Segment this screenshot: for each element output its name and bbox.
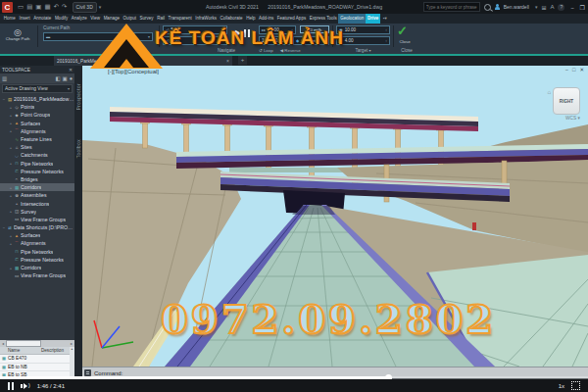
toolspace-hscrollbar[interactable]: ◂ ▸ <box>0 340 74 347</box>
viewport-minimize-icon[interactable]: − <box>565 67 568 73</box>
tree-item-corridors[interactable]: +▦Corridors <box>0 264 74 271</box>
drive-height-field[interactable]: ◁ 4.00 ↕ <box>163 36 227 45</box>
window-minimize-restore-icons[interactable]: − ❒ <box>570 4 587 11</box>
side-tab-toolbox[interactable]: Toolbox <box>76 139 81 158</box>
drive-speed-field[interactable]: ◁ 5.00 ↕ <box>163 25 227 34</box>
tree-item-pressure-networks[interactable]: ⊏Pressure Networks <box>0 256 74 264</box>
tab-overflow-icon[interactable]: ▪▾ <box>380 14 390 24</box>
side-tab-prospector[interactable]: Prospector <box>76 83 81 110</box>
ribbon-tab-modify[interactable]: Modify <box>53 14 70 24</box>
help-icon[interactable]: ? <box>558 4 564 11</box>
ribbon-tab-manage[interactable]: Manage <box>102 14 122 24</box>
tree-item-catchments[interactable]: ◡Catchments <box>0 151 74 159</box>
ribbon-tab-geolocation[interactable]: Geolocation <box>338 14 366 24</box>
ribbon-tab-transparent[interactable]: Transparent <box>167 14 194 24</box>
ribbon-tab-survey[interactable]: Survey <box>138 14 156 24</box>
search-input[interactable] <box>423 2 480 12</box>
corridor-row-cb-e470[interactable]: ▦CB E470 <box>0 355 74 364</box>
loop-toggle[interactable]: ↺ Loop <box>259 48 273 53</box>
tree-item-pipe-networks[interactable]: +⊓Pipe Networks <box>0 160 74 168</box>
viewcube[interactable]: RIGHT <box>553 87 580 115</box>
new-icon[interactable]: ▭ <box>18 0 24 14</box>
tree-item-alignments[interactable]: +⌒Alignments <box>0 127 74 135</box>
item-view-icon[interactable]: ▥ <box>2 75 7 81</box>
undo-icon[interactable]: ↶ <box>54 0 59 14</box>
search-icon[interactable] <box>484 4 491 11</box>
tree-item-pressure-networks[interactable]: ⊏Pressure Networks <box>0 168 74 175</box>
ribbon-tab-featured-apps[interactable]: Featured Apps <box>275 14 308 24</box>
close-button[interactable]: Close <box>392 39 417 44</box>
toolspace-help-icon[interactable]: ● <box>70 75 73 81</box>
viewcube-wcs-menu[interactable]: WCS ▾ <box>565 116 580 121</box>
panorama-icon[interactable]: ▣ <box>62 75 67 81</box>
ribbon-tab-rail[interactable]: Rail <box>155 14 166 24</box>
scrollbar-thumb[interactable] <box>6 340 41 347</box>
tree-item-view-frame-groups[interactable]: ▭View Frame Groups <box>0 216 74 223</box>
spinner-icon[interactable]: ↕ <box>222 27 224 32</box>
eye-height-field[interactable]: ◉ 10.00 ↕ <box>336 25 390 34</box>
navigate-panel-label[interactable]: Navigate <box>192 48 261 53</box>
app-icon[interactable]: C <box>2 2 13 13</box>
viewport-label[interactable]: [-][Top][Conceptual] <box>108 69 159 74</box>
model-viewport[interactable]: [-][Top][Conceptual] −□✕ ⌂ RIGHT WCS ▾ <box>82 66 588 367</box>
tree-item-pipe-networks[interactable]: ⊓Pipe Networks <box>0 248 74 256</box>
tab-close-icon[interactable]: × <box>226 58 229 64</box>
target-height-field[interactable]: ◉ 4.00 ↕ <box>336 36 390 45</box>
tree-item-surfaces[interactable]: +▲Surfaces <box>0 120 74 127</box>
toolspace-close-icon[interactable]: ✕ <box>69 68 73 73</box>
tree-item-bridges[interactable]: ⌢Bridges <box>0 175 74 183</box>
dropdown-caret-icon[interactable]: ▾ <box>148 34 150 39</box>
tree-item-assemblies[interactable]: +⊕Assemblies <box>0 191 74 199</box>
tree-item-alignments[interactable]: +⌒Alignments <box>0 239 74 247</box>
ribbon-tab-drive[interactable]: Drive <box>366 14 380 24</box>
viewport-close-icon[interactable]: ✕ <box>579 67 584 73</box>
step-forward-icon[interactable]: ▸▸ <box>262 27 266 32</box>
ribbon-tab-collaborate[interactable]: Collaborate <box>219 14 245 24</box>
speed-mph-button[interactable]: 40 mi/h <box>300 25 329 33</box>
tree-item-feature-lines[interactable]: ∿Feature Lines <box>0 135 74 143</box>
ribbon-tab-infraworks[interactable]: InfraWorks <box>193 14 218 24</box>
ribbon-tab-output[interactable]: Output <box>122 14 138 24</box>
drive-panel-label[interactable]: Drive ▾ <box>110 48 153 53</box>
command-grip-icon[interactable] <box>84 369 91 376</box>
tree-item-surfaces[interactable]: +▲Surfaces <box>0 231 74 239</box>
spinner-icon[interactable]: ↕ <box>291 27 293 32</box>
new-tab-button[interactable]: + <box>238 56 247 65</box>
column-header-name[interactable]: Name <box>0 348 41 353</box>
spinner-icon[interactable]: ↕ <box>385 27 387 32</box>
signed-in-user[interactable]: Ben.wardell <box>504 4 529 10</box>
current-path-dropdown[interactable]: ▬ ▾ <box>43 32 153 41</box>
close-check-icon[interactable]: ✓ <box>397 24 408 38</box>
app-store-cart-icon[interactable]: ⊞ <box>541 4 546 11</box>
open-icon[interactable]: ▤ <box>26 0 32 14</box>
save-icon[interactable]: ▣ <box>35 0 41 14</box>
active-drawing-view-select[interactable]: Active Drawing View ▾ <box>2 84 73 93</box>
ribbon-tab-view[interactable]: View <box>89 14 102 24</box>
spinner-icon[interactable]: ↕ <box>222 38 224 43</box>
tree-item-point-groups[interactable]: +◈Point Groups <box>0 111 74 119</box>
ribbon-tab-help[interactable]: Help <box>244 14 257 24</box>
goto-station-field[interactable]: ▸▸ 20.00 ↕ <box>259 25 296 34</box>
video-pause-button[interactable] <box>8 382 14 390</box>
corridor-row-eb-to-nb[interactable]: ▦EB to NB <box>0 364 74 372</box>
ribbon-tab-analyze[interactable]: Analyze <box>70 14 89 24</box>
target-panel-label[interactable]: Target ▾ <box>336 48 390 53</box>
pause-icon[interactable] <box>244 29 250 37</box>
command-prompt[interactable]: Command: <box>94 370 122 376</box>
dropdown-caret-icon[interactable]: ▾ <box>324 38 326 43</box>
user-caret-icon[interactable]: ▾ <box>535 4 538 10</box>
ribbon-tab-annotate[interactable]: Annotate <box>31 14 53 24</box>
tree-item-view-frame-groups[interactable]: ▭View Frame Groups <box>0 271 74 279</box>
frame-rate-field[interactable]: 100x 50.00 <box>259 36 290 45</box>
play-icon[interactable]: ▶ <box>235 29 241 37</box>
reverse-toggle[interactable]: ◀ Reverse <box>280 48 301 53</box>
tree-item-intersections[interactable]: +Intersections <box>0 199 74 207</box>
viewport-restore-icon[interactable]: □ <box>572 67 575 73</box>
ribbon-tab-home[interactable]: Home <box>2 14 18 24</box>
ribbon-tab-add-ins[interactable]: Add-ins <box>257 14 275 24</box>
tree-item-corridors[interactable]: +▦Corridors <box>0 183 74 191</box>
workspace-caret-icon[interactable]: ▾ <box>99 4 102 10</box>
playback-rate[interactable]: 1x <box>559 383 564 389</box>
tree-item-20191016-parkmeadows-roadwa[interactable]: −▤20191016_ParkMeadows_ROADWA... <box>0 95 74 103</box>
spinner-icon[interactable]: ↕ <box>385 38 387 43</box>
